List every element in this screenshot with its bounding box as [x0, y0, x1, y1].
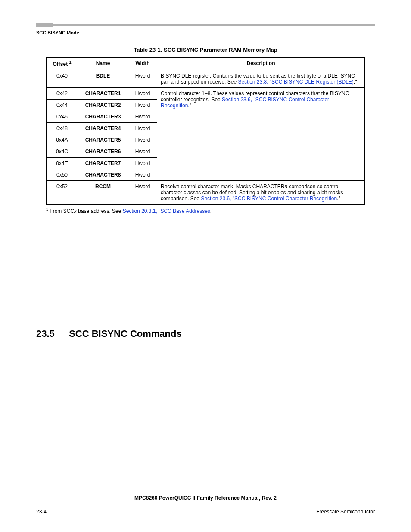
table-footnote: 1 From SCCx base address. See Section 20… — [46, 207, 365, 214]
cell-width: Hword — [128, 181, 157, 205]
cell-offset: 0x50 — [47, 169, 78, 181]
col-offset: Offset 1 — [47, 58, 78, 70]
cell-name: CHARACTER6 — [78, 146, 128, 158]
cell-width: Hword — [128, 70, 157, 88]
col-description: Description — [157, 58, 365, 70]
cell-width: Hword — [128, 146, 157, 158]
parameter-table: Offset 1 Name Width Description 0x40 BDL… — [46, 57, 365, 205]
section-heading: 23.5 SCC BISYNC Commands — [36, 328, 182, 339]
cell-width: Hword — [128, 111, 157, 123]
cell-offset: 0x40 — [47, 70, 78, 88]
cell-offset: 0x42 — [47, 88, 78, 100]
cell-offset: 0x52 — [47, 181, 78, 205]
cell-width: Hword — [128, 123, 157, 134]
cell-name: CHARACTER4 — [78, 123, 128, 134]
cell-name: CHARACTER8 — [78, 169, 128, 181]
col-width: Width — [128, 58, 157, 70]
footnote-num: 1 — [46, 207, 48, 212]
footer-vendor: Freescale Semiconductor — [316, 509, 375, 515]
cell-width: Hword — [128, 169, 157, 181]
xref-link[interactable]: Section 20.3.1, "SCC Base Addresses — [123, 208, 210, 214]
table-header-row: Offset 1 Name Width Description — [47, 58, 365, 70]
section-title: SCC BISYNC Commands — [69, 328, 182, 339]
cell-description: Receive control character mask. Masks CH… — [157, 181, 365, 205]
footnote-text: From SCC — [50, 208, 74, 214]
footnote-text: ." — [210, 208, 214, 214]
top-rule — [36, 24, 375, 26]
desc-text: Receive control character mask. Masks CH… — [161, 184, 284, 190]
xref-link[interactable]: Section 23.8, "SCC BISYNC DLE Register (… — [238, 79, 353, 85]
cell-name: CHARACTER2 — [78, 100, 128, 111]
table-row: 0x40 BDLE Hword BISYNC DLE register. Con… — [47, 70, 365, 88]
section-number: 23.5 — [36, 328, 66, 339]
cell-offset: 0x48 — [47, 123, 78, 134]
cell-name: CHARACTER5 — [78, 134, 128, 146]
desc-text: ." — [188, 103, 191, 109]
cell-width: Hword — [128, 88, 157, 100]
cell-name: CHARACTER3 — [78, 111, 128, 123]
cell-name: CHARACTER1 — [78, 88, 128, 100]
table-row: 0x52 RCCM Hword Receive control characte… — [47, 181, 365, 205]
cell-offset: 0x4C — [47, 146, 78, 158]
cell-offset: 0x44 — [47, 100, 78, 111]
cell-description: BISYNC DLE register. Contains the value … — [157, 70, 365, 88]
desc-text: ." — [354, 79, 357, 85]
cell-offset: 0x4A — [47, 134, 78, 146]
running-header: SCC BISYNC Mode — [36, 30, 79, 35]
cell-name: RCCM — [78, 181, 128, 205]
desc-text: ." — [337, 196, 340, 202]
page-content: Table 23-1. SCC BISYNC Parameter RAM Mem… — [36, 43, 375, 214]
cell-offset: 0x4E — [47, 158, 78, 169]
table-caption: Table 23-1. SCC BISYNC Parameter RAM Mem… — [36, 47, 375, 53]
footer-title: MPC8260 PowerQUICC II Family Reference M… — [0, 495, 411, 501]
cell-width: Hword — [128, 158, 157, 169]
cell-name: CHARACTER7 — [78, 158, 128, 169]
xref-link[interactable]: Section 23.6, "SCC BISYNC Control Charac… — [201, 196, 337, 202]
footnote-text: base address. See — [77, 208, 123, 214]
cell-offset: 0x46 — [47, 111, 78, 123]
table-row: 0x42 CHARACTER1 Hword Control character … — [47, 88, 365, 100]
footer-rule — [36, 505, 375, 505]
cell-width: Hword — [128, 100, 157, 111]
page-number: 23-4 — [36, 509, 47, 515]
cell-name: BDLE — [78, 70, 128, 88]
col-name: Name — [78, 58, 128, 70]
cell-description: Control character 1–8. These values repr… — [157, 88, 365, 181]
